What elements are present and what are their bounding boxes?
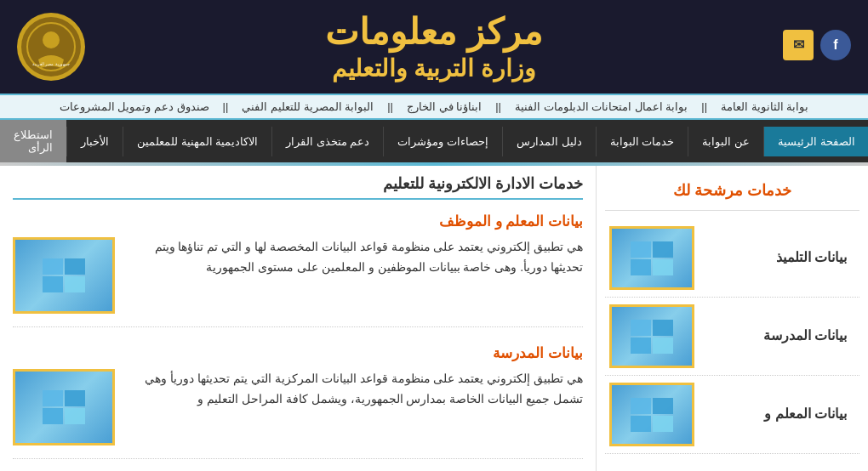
windows-logo-svc2 bbox=[43, 390, 85, 424]
service-text-teacher: هي تطبيق إلكتروني يعتمد على منظومة قواعد… bbox=[123, 237, 583, 278]
ticker-sep-2: || bbox=[387, 100, 393, 113]
service-title-school: بيانات المدرسة bbox=[13, 344, 583, 362]
sidebar-image-teacher bbox=[609, 383, 694, 446]
win-tile-sv3 bbox=[65, 276, 85, 292]
header-left: f ✉ bbox=[783, 30, 851, 65]
ticker-sep-0: || bbox=[701, 100, 707, 113]
nav-schools[interactable]: دليل المدارس bbox=[502, 127, 596, 156]
content-area: خدمات مرشحة لك بيانات التلميذ بيانات الم… bbox=[0, 166, 868, 471]
service-text-school: هي تطبيق إلكتروني يعتمد على منظومة قواعد… bbox=[123, 369, 583, 410]
sub-title: وزارة التربية والتعليم bbox=[85, 54, 783, 82]
win-tile-sv2 bbox=[43, 258, 63, 275]
win-tile-t3 bbox=[653, 416, 673, 432]
nav-news[interactable]: الأخبار bbox=[66, 127, 123, 156]
logo-inner: جمهورية مصر العربية bbox=[21, 17, 81, 77]
service-section-teacher: بيانات المعلم و الموظف هي تطبيق إلكتروني… bbox=[13, 213, 583, 327]
nav-about[interactable]: عن البوابة bbox=[688, 127, 763, 156]
social-icons: f ✉ bbox=[783, 30, 851, 60]
win-tile-2 bbox=[631, 241, 651, 258]
egypt-logo-svg: جمهورية مصر العربية bbox=[26, 21, 77, 72]
main-title: مركز معلومات bbox=[85, 11, 783, 54]
win-tile-4 bbox=[631, 259, 651, 275]
facebook-icon[interactable]: f bbox=[820, 30, 851, 60]
ticker-item-3: البوابة المصرية للتعليم الفني bbox=[242, 100, 374, 113]
ticker-sep-3: || bbox=[223, 100, 229, 113]
windows-logo-school bbox=[631, 320, 673, 354]
win-tile-sv8 bbox=[43, 408, 63, 424]
sidebar-item-label-school: بيانات المدرسة bbox=[694, 326, 855, 345]
win-tile-sv6 bbox=[43, 390, 63, 406]
ticker-item-4: صندوق دعم وتمويل المشروعات bbox=[60, 100, 209, 113]
ticker-bar: بوابة الثانوية العامة || بوابة اعمال امت… bbox=[0, 94, 868, 120]
sidebar-item-student[interactable]: بيانات التلميذ bbox=[605, 219, 859, 298]
service-image-school bbox=[13, 369, 115, 445]
ticker-item-1: بوابة اعمال امتحانات الدبلومات الفنية bbox=[515, 100, 688, 113]
sidebar-image-school bbox=[609, 304, 694, 368]
svg-text:جمهورية مصر العربية: جمهورية مصر العربية bbox=[32, 61, 70, 67]
ticker-sep-1: || bbox=[495, 100, 501, 113]
section-header: خدمات الادارة الالكترونية للتعليم bbox=[13, 174, 583, 200]
sidebar-image-student bbox=[609, 226, 694, 290]
service-title-teacher: بيانات المعلم و الموظف bbox=[13, 213, 583, 230]
nav-decision[interactable]: دعم متخذى القرار bbox=[271, 127, 383, 156]
windows-logo-teacher bbox=[631, 398, 673, 432]
sidebar: خدمات مرشحة لك بيانات التلميذ بيانات الم… bbox=[596, 166, 868, 471]
service-image-teacher bbox=[13, 237, 115, 314]
svg-point-1 bbox=[43, 31, 60, 48]
sidebar-item-label-student: بيانات التلميذ bbox=[694, 248, 855, 267]
sidebar-title: خدمات مرشحة لك bbox=[605, 174, 859, 211]
win-tile-s2 bbox=[631, 320, 651, 336]
nav-stats[interactable]: إحصاءات ومؤشرات bbox=[383, 127, 502, 156]
win-tile-s3 bbox=[653, 338, 673, 354]
ticker-item-0: بوابة الثانوية العامة bbox=[721, 100, 808, 113]
logo-circle: جمهورية مصر العربية bbox=[17, 13, 85, 81]
windows-logo-svc1 bbox=[43, 258, 85, 292]
sidebar-item-teacher[interactable]: بيانات المعلم و bbox=[605, 376, 859, 454]
nav-bar: الصفحة الرئيسية عن البوابة خدمات البوابة… bbox=[0, 120, 868, 162]
win-tile-t2 bbox=[631, 398, 651, 414]
mail-icon[interactable]: ✉ bbox=[783, 30, 814, 60]
win-tile-t1 bbox=[653, 398, 673, 414]
win-tile-sv1 bbox=[65, 258, 85, 275]
main-content: خدمات الادارة الالكترونية للتعليم بيانات… bbox=[0, 166, 596, 471]
win-tile-1 bbox=[653, 241, 673, 258]
ticker-item-2: ابناؤنا في الخارج bbox=[407, 100, 482, 113]
header-center: مركز معلومات وزارة التربية والتعليم bbox=[85, 11, 783, 82]
nav-services[interactable]: خدمات البوابة bbox=[596, 127, 688, 156]
win-tile-t4 bbox=[631, 416, 651, 432]
sidebar-item-label-teacher: بيانات المعلم و bbox=[694, 405, 855, 423]
nav-survey[interactable]: استطلاع الرأى bbox=[0, 120, 66, 162]
nav-home[interactable]: الصفحة الرئيسية bbox=[763, 127, 868, 156]
win-tile-s4 bbox=[631, 338, 651, 354]
sidebar-item-school[interactable]: بيانات المدرسة bbox=[605, 298, 859, 376]
service-body-school: هي تطبيق إلكتروني يعتمد على منظومة قواعد… bbox=[13, 369, 583, 445]
win-tile-3 bbox=[653, 259, 673, 275]
win-tile-s1 bbox=[653, 320, 673, 336]
windows-logo-student bbox=[631, 241, 673, 275]
win-tile-sv4 bbox=[43, 276, 63, 292]
win-tile-sv7 bbox=[65, 408, 85, 424]
header: f ✉ مركز معلومات وزارة التربية والتعليم … bbox=[0, 0, 868, 94]
header-logo: جمهورية مصر العربية bbox=[17, 13, 85, 81]
service-section-school: بيانات المدرسة هي تطبيق إلكتروني يعتمد ع… bbox=[13, 344, 583, 459]
service-body-teacher: هي تطبيق إلكتروني يعتمد على منظومة قواعد… bbox=[13, 237, 583, 314]
nav-academy[interactable]: الاكاديمية المهنية للمعلمين bbox=[123, 127, 271, 156]
win-tile-sv5 bbox=[65, 390, 85, 406]
